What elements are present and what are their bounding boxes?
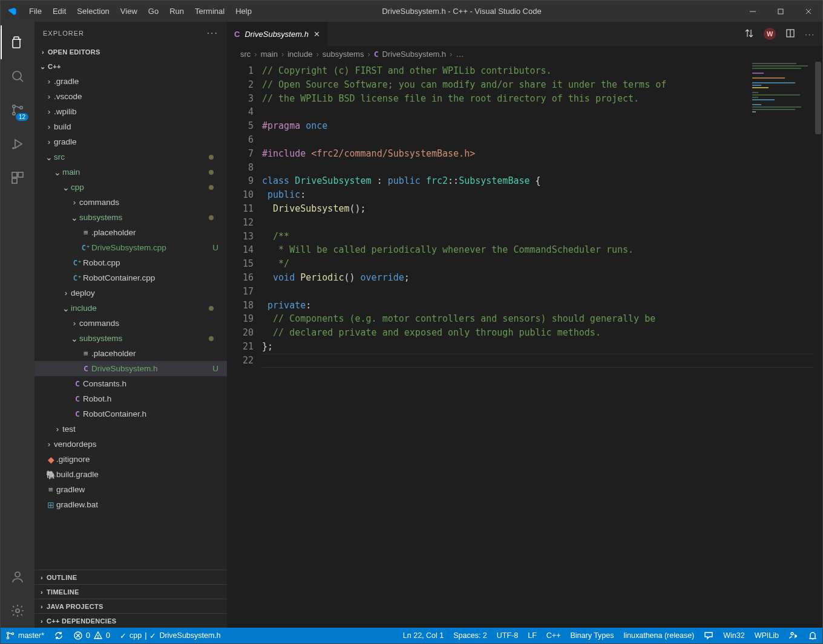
tree-folder-src[interactable]: ⌄src — [34, 149, 227, 164]
chevron-right-icon: › — [254, 50, 257, 59]
activity-search[interactable] — [1, 59, 34, 93]
tree-file-buildgradle[interactable]: 🐘build.gradle — [34, 467, 227, 482]
tree-folder-cpp[interactable]: ⌄cpp — [34, 180, 227, 195]
tree-folder-include[interactable]: ⌄include — [34, 301, 227, 316]
status-binary-types[interactable]: Binary Types — [565, 628, 618, 643]
close-button[interactable] — [795, 1, 822, 22]
explorer-more-icon[interactable]: ··· — [207, 28, 218, 39]
activity-source-control[interactable]: 12 — [1, 93, 34, 127]
tree-file-drive-cpp[interactable]: C⁺DriveSubsystem.cppU — [34, 240, 227, 255]
tree-folder-main[interactable]: ⌄main — [34, 164, 227, 180]
tree-file-constants-h[interactable]: CConstants.h — [34, 376, 227, 391]
maximize-button[interactable] — [767, 1, 795, 22]
breadcrumb-item[interactable]: include — [287, 50, 312, 59]
activity-run-debug[interactable] — [1, 127, 34, 161]
breadcrumb-item[interactable]: src — [240, 50, 251, 59]
vertical-scrollbar[interactable] — [814, 62, 822, 628]
status-problems[interactable]: 0 0 — [68, 628, 115, 643]
menu-view[interactable]: View — [115, 1, 143, 22]
status-live-share[interactable] — [784, 628, 803, 643]
tree-file-robot-h[interactable]: CRobot.h — [34, 391, 227, 406]
tree-folder[interactable]: ›.vscode — [34, 89, 227, 104]
status-wpilib[interactable]: WPILib — [750, 628, 784, 643]
tree-folder-subsystems2[interactable]: ⌄subsystems — [34, 331, 227, 346]
chevron-right-icon: › — [70, 198, 79, 207]
timeline-section[interactable]: ›TIMELINE — [34, 584, 227, 599]
tree-folder[interactable]: ›.wpilib — [34, 104, 227, 119]
compare-changes-icon[interactable] — [744, 28, 754, 40]
close-icon[interactable]: ✕ — [313, 30, 320, 39]
tree-label: Constants.h — [83, 379, 126, 388]
scrollbar-thumb[interactable] — [815, 62, 821, 134]
tree-label: src — [54, 152, 65, 161]
tab-active[interactable]: C DriveSubsystem.h ✕ — [227, 22, 328, 46]
status-spaces[interactable]: Spaces: 2 — [448, 628, 492, 643]
tree-file-placeholder[interactable]: ≡.placeholder — [34, 225, 227, 240]
tree-file-gradlew[interactable]: ≡gradlew — [34, 482, 227, 497]
cpp-file-icon: C⁺ — [80, 244, 91, 252]
activity-explorer[interactable] — [1, 25, 34, 59]
menu-edit[interactable]: Edit — [47, 1, 71, 22]
status-feedback[interactable] — [699, 628, 718, 643]
editor-group: C DriveSubsystem.h ✕ W ··· src› main› in… — [227, 22, 822, 628]
status-eol[interactable]: LF — [523, 628, 542, 643]
breadcrumb-item[interactable]: … — [456, 50, 464, 59]
svg-point-26 — [791, 633, 793, 635]
tree-file-robot-cpp[interactable]: C⁺Robot.cpp — [34, 255, 227, 270]
status-sync[interactable] — [49, 628, 68, 643]
split-editor-icon[interactable] — [785, 28, 795, 40]
wpilib-badge-icon[interactable]: W — [764, 28, 776, 40]
open-editors-section[interactable]: › OPEN EDITORS — [34, 45, 227, 59]
more-actions-icon[interactable]: ··· — [805, 30, 815, 39]
breadcrumb-item[interactable]: DriveSubsystem.h — [382, 50, 446, 59]
breadcrumb-item[interactable]: subsystems — [323, 50, 364, 59]
editor-body[interactable]: 12345678910111213141516171819202122 // C… — [227, 62, 822, 628]
activity-settings[interactable] — [1, 594, 34, 628]
status-target[interactable]: linuxathena (release) — [619, 628, 700, 643]
java-projects-section[interactable]: ›JAVA PROJECTS — [34, 599, 227, 613]
status-platform[interactable]: Win32 — [718, 628, 749, 643]
window-title: DriveSubsystem.h - C++ - Visual Studio C… — [257, 7, 739, 16]
tree-file-drive-h[interactable]: CDriveSubsystem.hU — [34, 361, 227, 376]
tree-folder-commands2[interactable]: ›commands — [34, 316, 227, 331]
tree-folder-test[interactable]: ›test — [34, 421, 227, 437]
menu-selection[interactable]: Selection — [71, 1, 114, 22]
tree-folder[interactable]: ›gradle — [34, 134, 227, 149]
menu-help[interactable]: Help — [230, 1, 257, 22]
tree-file-gradlewbat[interactable]: ⊞gradlew.bat — [34, 497, 227, 512]
c-file-icon: C — [72, 394, 83, 403]
activity-extensions[interactable] — [1, 161, 34, 195]
cpp-deps-section[interactable]: ›C++ DEPENDENCIES — [34, 613, 227, 628]
tree-folder[interactable]: ›build — [34, 119, 227, 134]
tree-folder[interactable]: ›.gradle — [34, 74, 227, 89]
status-branch[interactable]: master* — [1, 628, 49, 643]
tree-label: gradle — [54, 137, 77, 146]
status-language-check[interactable]: ✓ cpp | ✓ DriveSubsystem.h — [115, 628, 226, 643]
tree-file-gitignore[interactable]: ◆.gitignore — [34, 452, 227, 467]
menu-run[interactable]: Run — [164, 1, 189, 22]
menu-file[interactable]: File — [24, 1, 47, 22]
status-encoding[interactable]: UTF-8 — [492, 628, 523, 643]
status-notifications[interactable] — [803, 628, 822, 643]
menu-go[interactable]: Go — [143, 1, 164, 22]
tree-file-placeholder2[interactable]: ≡.placeholder — [34, 346, 227, 361]
outline-section[interactable]: ›OUTLINE — [34, 570, 227, 584]
file-icon: ≡ — [80, 228, 91, 237]
status-language[interactable]: C++ — [542, 628, 566, 643]
code-area[interactable]: // Copyright (c) FIRST and other WPILib … — [262, 62, 822, 628]
tree-label: deploy — [71, 288, 95, 298]
project-section[interactable]: ⌄ C++ — [34, 59, 227, 74]
breadcrumb-item[interactable]: main — [261, 50, 278, 59]
tree-folder-subsystems[interactable]: ⌄subsystems — [34, 210, 227, 225]
status-lncol[interactable]: Ln 22, Col 1 — [398, 628, 448, 643]
minimize-button[interactable] — [739, 1, 767, 22]
tree-folder-vendordeps[interactable]: ›vendordeps — [34, 437, 227, 452]
tree-folder-commands[interactable]: ›commands — [34, 195, 227, 210]
tree-file-robotcontainer-h[interactable]: CRobotContainer.h — [34, 406, 227, 421]
tree-folder-deploy[interactable]: ›deploy — [34, 285, 227, 301]
minimap[interactable] — [750, 62, 813, 628]
activity-accounts[interactable] — [1, 560, 34, 594]
menu-terminal[interactable]: Terminal — [189, 1, 230, 22]
breadcrumbs[interactable]: src› main› include› subsystems› C DriveS… — [227, 46, 822, 62]
tree-file-robotcontainer-cpp[interactable]: C⁺RobotContainer.cpp — [34, 270, 227, 285]
